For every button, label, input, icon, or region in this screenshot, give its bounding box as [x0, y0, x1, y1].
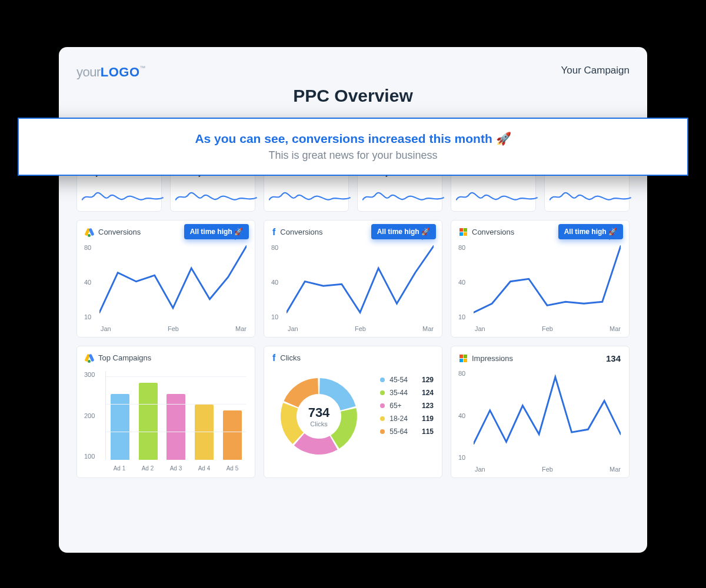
legend-name: 65+ — [389, 402, 401, 410]
donut-center: 734 Clicks — [275, 372, 363, 460]
logo-tm: ™ — [140, 65, 146, 71]
facebook-icon: f — [272, 228, 275, 236]
sparkline — [550, 188, 631, 206]
legend-name: 55-64 — [389, 427, 408, 436]
clicks-donut-title: Clicks — [280, 353, 301, 362]
sparkline — [362, 188, 444, 206]
xtick: Mar — [610, 466, 621, 473]
bar — [223, 410, 242, 460]
ytick: 80 — [458, 370, 465, 377]
callout-title: As you can see, conversions increased th… — [31, 132, 675, 146]
microsoft-icon — [459, 355, 467, 362]
google-ads-icon — [85, 354, 94, 362]
all-time-high-badge: All time high 🚀 — [184, 224, 249, 239]
google-ads-icon — [85, 228, 94, 236]
logo-bold: LOGO — [101, 65, 140, 79]
legend-row: 35-44124 — [380, 389, 434, 397]
bar-y-axis: 300 200 100 — [84, 371, 95, 460]
bar — [195, 405, 214, 460]
impressions-title: Impressions — [472, 354, 513, 363]
clicks-donut-card: f Clicks 734 Clicks 45-5412935-4412465+1… — [264, 346, 442, 478]
bar-chart — [105, 371, 247, 460]
donut-label: Clicks — [310, 420, 327, 427]
conversions-chart — [474, 242, 621, 321]
top-campaigns-title: Top Campaigns — [98, 353, 151, 362]
legend-name: 18-24 — [389, 415, 408, 423]
sparkline — [269, 188, 351, 206]
ytick: 100 — [84, 453, 95, 460]
legend-value: 124 — [412, 389, 434, 397]
legend-row: 18-24119 — [380, 415, 434, 423]
bar-label: Ad 4 — [198, 465, 211, 472]
sparkline — [82, 188, 164, 206]
legend-row: 65+123 — [380, 402, 434, 410]
ytick: 200 — [84, 412, 95, 419]
impressions-x-axis: Jan Feb Mar — [475, 466, 621, 473]
y-axis: 804010 — [84, 244, 91, 320]
header: yourLOGO™ Your Campaign — [76, 65, 630, 80]
facebook-icon: f — [272, 354, 275, 362]
microsoft-icon — [459, 228, 467, 236]
x-axis: JanFebMar — [475, 325, 621, 332]
y-axis: 804010 — [271, 244, 278, 320]
logo: yourLOGO™ — [76, 65, 146, 80]
ytick: 300 — [84, 371, 95, 378]
impressions-card: Impressions 134 80 40 10 Jan Feb Mar — [451, 346, 630, 478]
all-time-high-badge: All time high 🚀 — [558, 224, 623, 239]
bar-x-axis: Ad 1Ad 2Ad 3Ad 4Ad 5 — [105, 465, 247, 472]
legend-value: 119 — [412, 415, 434, 423]
donut-value: 734 — [308, 405, 330, 420]
bottom-row: Top Campaigns 300 200 100 Ad 1Ad 2Ad 3Ad… — [76, 346, 630, 478]
legend-name: 45-54 — [389, 376, 408, 384]
legend-dot — [380, 429, 385, 434]
sparkline — [456, 188, 538, 206]
legend-dot — [380, 390, 385, 395]
legend-row: 45-54129 — [380, 376, 434, 384]
conversions-card: Conversions All time high 🚀 804010 JanFe… — [451, 220, 630, 338]
legend-name: 35-44 — [389, 389, 408, 397]
bar-label: Ad 3 — [170, 465, 182, 472]
donut-chart: 734 Clicks — [275, 372, 363, 460]
callout-subtitle: This is great news for your business — [31, 149, 675, 162]
all-time-high-badge: All time high 🚀 — [371, 224, 436, 239]
clicks-donut-header: f Clicks — [272, 353, 434, 362]
conversions-chart — [99, 242, 247, 321]
bar — [139, 383, 158, 460]
conversions-row: Conversions All time high 🚀 804010 JanFe… — [76, 220, 630, 338]
top-campaigns-card: Top Campaigns 300 200 100 Ad 1Ad 2Ad 3Ad… — [76, 346, 255, 478]
ytick: 10 — [458, 454, 465, 461]
legend-value: 115 — [412, 427, 434, 436]
impressions-chart — [474, 368, 621, 453]
bar-label: Ad 5 — [227, 465, 239, 472]
legend-row: 55-64115 — [380, 427, 434, 436]
impressions-header: Impressions 134 — [459, 353, 621, 363]
legend-dot — [380, 416, 385, 421]
sparkline — [175, 188, 257, 206]
legend-value: 123 — [412, 402, 434, 410]
legend-dot — [380, 403, 385, 408]
callout-banner: As you can see, conversions increased th… — [18, 118, 688, 176]
x-axis: JanFebMar — [101, 325, 247, 332]
conversions-chart — [287, 242, 434, 321]
impressions-value: 134 — [606, 353, 621, 363]
ytick: 40 — [458, 412, 465, 419]
conversions-card: Conversions All time high 🚀 804010 JanFe… — [76, 220, 255, 338]
page-title: PPC Overview — [76, 86, 630, 106]
y-axis: 804010 — [458, 244, 465, 320]
bar-label: Ad 2 — [142, 465, 154, 472]
xtick: Feb — [542, 466, 553, 473]
xtick: Jan — [475, 466, 485, 473]
bar-label: Ad 1 — [114, 465, 126, 472]
top-campaigns-header: Top Campaigns — [85, 353, 247, 362]
campaign-label: Your Campaign — [561, 65, 630, 76]
donut-legend: 45-5412935-4412465+12318-2411955-64115 — [380, 376, 434, 440]
impressions-y-axis: 80 40 10 — [458, 370, 465, 461]
x-axis: JanFebMar — [288, 325, 434, 332]
legend-value: 129 — [412, 376, 434, 384]
conversions-card: fConversions All time high 🚀 804010 JanF… — [264, 220, 442, 338]
logo-pre: your — [76, 65, 101, 79]
legend-dot — [380, 377, 385, 382]
